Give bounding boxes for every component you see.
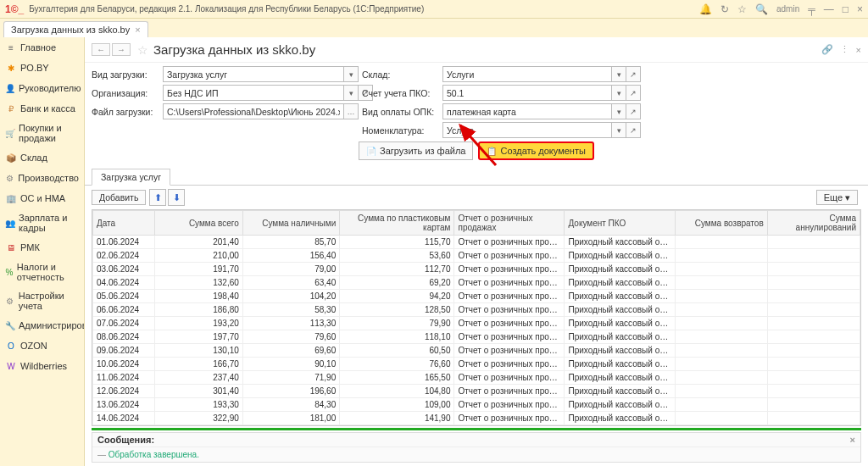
tab-zagruzka-uslug[interactable]: Загрузка услуг [92, 169, 170, 186]
col-header[interactable]: Документ ПКО [565, 211, 675, 236]
sidebar-icon: O [5, 340, 17, 352]
dropdown-icon[interactable]: ▾ [612, 85, 626, 101]
sidebar-label: Производство [18, 173, 79, 183]
col-header[interactable]: Сумма по пластиковым картам [340, 211, 454, 236]
nav-back-button[interactable]: ← [92, 43, 110, 56]
create-documents-button[interactable]: 📋Создать документы [478, 141, 593, 160]
sidebar-item[interactable]: OOZON [0, 336, 84, 356]
open-icon[interactable]: ↗ [626, 85, 641, 101]
input-file[interactable] [163, 103, 344, 119]
sidebar-label: Банк и касса [20, 103, 75, 114]
table-row[interactable]: 12.06.2024301,40196,60104,80Отчет о розн… [93, 385, 860, 398]
sidebar-item[interactable]: 🏢ОС и НМА [0, 188, 84, 208]
table-row[interactable]: 15.06.2024265,5074,10191,40Отчет о розни… [93, 425, 860, 427]
table-row[interactable]: 07.06.2024193,20113,3079,90Отчет о розни… [93, 317, 860, 330]
table-row[interactable]: 06.06.2024186,8058,30128,50Отчет о розни… [93, 303, 860, 317]
caret-icon[interactable]: ╤ [808, 3, 815, 15]
move-down-button[interactable]: ⬇ [168, 189, 185, 206]
input-vid-zagruzki[interactable] [163, 66, 344, 82]
search-icon[interactable]: 🔍 [755, 3, 768, 15]
table-row[interactable]: 11.06.2024237,4071,90165,50Отчет о розни… [93, 371, 860, 385]
star-icon[interactable]: ☆ [737, 3, 747, 15]
messages-title: Сообщения: [97, 435, 154, 445]
tab-active[interactable]: Загрузка данных из skko.by × [3, 21, 148, 37]
sidebar-icon: 👤 [5, 82, 15, 94]
user-name[interactable]: admin [776, 4, 799, 14]
input-schet-pko[interactable] [442, 85, 612, 101]
input-sklad[interactable] [442, 66, 612, 82]
sidebar-label: Покупки и продажи [19, 123, 79, 143]
col-header[interactable]: Сумма возвратов [675, 211, 767, 236]
table-row[interactable]: 10.06.2024166,7090,1076,60Отчет о рознич… [93, 358, 860, 371]
label-vid: Вид загрузки: [92, 69, 163, 80]
sidebar-item[interactable]: ≡Главное [0, 37, 84, 58]
table-row[interactable]: 01.06.2024201,4085,70115,70Отчет о розни… [93, 236, 860, 249]
dropdown-icon[interactable]: ▾ [612, 66, 626, 82]
sidebar-item[interactable]: ₽Банк и касса [0, 98, 84, 119]
table-row[interactable]: 09.06.2024130,1069,6060,50Отчет о рознич… [93, 344, 860, 358]
move-up-button[interactable]: ⬆ [149, 189, 166, 206]
tab-close-icon[interactable]: × [135, 25, 140, 35]
table-row[interactable]: 13.06.2024193,3084,30109,00Отчет о розни… [93, 398, 860, 412]
sidebar-item[interactable]: 👥Зарплата и кадры [0, 208, 84, 237]
table-row[interactable]: 08.06.2024197,7079,60118,10Отчет о розни… [93, 330, 860, 344]
history-icon[interactable]: ↻ [721, 3, 729, 15]
table-row[interactable]: 04.06.2024132,6063,4069,20Отчет о рознич… [93, 276, 860, 290]
sidebar-label: Зарплата и кадры [19, 213, 79, 233]
add-button[interactable]: Добавить [92, 190, 146, 205]
form: Вид загрузки: ▾ Склад: ▾ ↗ Организация: … [85, 63, 868, 169]
dropdown-icon[interactable]: ▾ [344, 66, 359, 82]
sidebar-item[interactable]: %Налоги и отчетность [0, 258, 84, 286]
content-area: ← → ☆ Загрузка данных из skko.by 🔗 ⋮ × В… [85, 37, 868, 466]
nav-fwd-button[interactable]: → [112, 43, 131, 56]
col-header[interactable]: Сумма наличными [242, 211, 339, 236]
table-row[interactable]: 02.06.2024210,00156,4053,60Отчет о розни… [93, 249, 860, 263]
sidebar-item[interactable]: ⚙Настройки учета [0, 286, 84, 315]
data-table-wrap[interactable]: ДатаСумма всегоСумма наличнымиСумма по п… [92, 209, 861, 426]
label-org: Организация: [92, 88, 163, 98]
messages-close-icon[interactable]: × [850, 435, 855, 445]
input-vid-oplaty[interactable] [442, 103, 612, 119]
load-from-file-button[interactable]: 📄Загрузить из файла [359, 141, 473, 160]
app-title: Бухгалтерия для Беларуси, редакция 2.1. … [29, 4, 424, 14]
logo-1c: 1©_ [5, 3, 24, 15]
sidebar-item[interactable]: 🖥РМК [0, 237, 84, 258]
sidebar-item[interactable]: 📦Склад [0, 147, 84, 168]
col-header[interactable]: Сумма всего [154, 211, 242, 236]
dropdown-icon[interactable]: ▾ [612, 122, 626, 138]
col-header[interactable]: Дата [93, 211, 155, 236]
minimize-icon[interactable]: — [824, 3, 834, 15]
open-icon[interactable]: ↗ [626, 66, 641, 82]
menu-icon[interactable]: ⋮ [840, 44, 849, 55]
sidebar-item[interactable]: ⚙Производство [0, 168, 84, 188]
dropdown-icon[interactable]: ▾ [612, 103, 626, 119]
tab-label: Загрузка данных из skko.by [11, 25, 130, 35]
sidebar: ≡Главное✱PO.BY👤Руководителю₽Банк и касса… [0, 37, 85, 466]
close-icon[interactable]: × [857, 3, 863, 15]
col-header[interactable]: Сумма аннулирований [767, 211, 860, 236]
table-row[interactable]: 14.06.2024322,90181,00141,90Отчет о розн… [93, 412, 860, 425]
data-table: ДатаСумма всегоСумма наличнымиСумма по п… [92, 210, 860, 426]
table-row[interactable]: 03.06.2024191,7079,00112,70Отчет о розни… [93, 263, 860, 276]
close-panel-icon[interactable]: × [856, 45, 861, 55]
input-nomenklatura[interactable] [442, 122, 612, 138]
input-organizatsiya[interactable] [163, 85, 344, 101]
open-icon[interactable]: ↗ [626, 103, 641, 119]
sidebar-item[interactable]: 🛒Покупки и продажи [0, 119, 84, 147]
sidebar-item[interactable]: WWildberries [0, 356, 84, 376]
bell-icon[interactable]: 🔔 [699, 3, 712, 15]
dropdown-icon[interactable]: ▾ [344, 85, 359, 101]
table-row[interactable]: 05.06.2024198,40104,2094,20Отчет о розни… [93, 290, 860, 303]
label-opk: Вид оплаты ОПК: [362, 107, 442, 117]
browse-icon[interactable]: … [344, 103, 359, 119]
link-icon[interactable]: 🔗 [821, 44, 833, 55]
col-header[interactable]: Отчет о розничных продажах [454, 211, 565, 236]
open-icon[interactable]: ↗ [626, 122, 641, 138]
more-button[interactable]: Еще ▾ [816, 190, 858, 205]
sidebar-item[interactable]: 🔧Администрирование [0, 315, 84, 336]
favorite-icon[interactable]: ☆ [137, 43, 148, 57]
sidebar-item[interactable]: 👤Руководителю [0, 78, 84, 98]
maximize-icon[interactable]: □ [843, 3, 849, 15]
sidebar-label: Настройки учета [19, 291, 79, 311]
sidebar-item[interactable]: ✱PO.BY [0, 58, 84, 78]
